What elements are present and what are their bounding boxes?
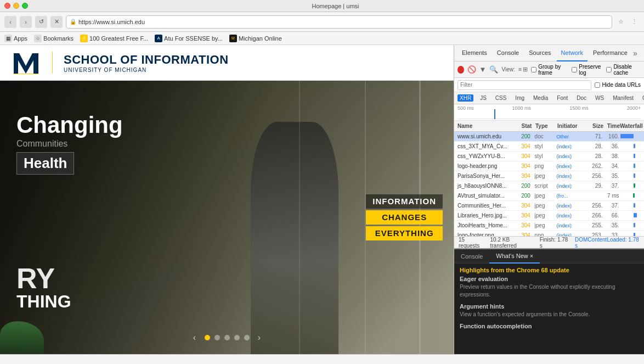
row-init-6: (fro... [557, 193, 584, 199]
bookmark-atu[interactable]: A Atu For SSENSE by... [155, 35, 223, 42]
disable-cache-checkbox[interactable]: Disable cache [606, 64, 641, 76]
console-item-1: Argument hints View a function's expecte… [460, 303, 639, 318]
forward-button[interactable]: › [20, 16, 32, 28]
hero-communities-text: Communities [16, 139, 123, 149]
row-type-5: script [535, 183, 557, 189]
console-tab[interactable]: Console [454, 249, 489, 264]
row-time-2: 38. [603, 153, 619, 159]
bookmark-apps[interactable]: ▦ Apps [4, 35, 27, 42]
bookmark-bookmarks[interactable]: ☆ Bookmarks [34, 35, 74, 42]
filter-manifest[interactable]: Manifest [611, 94, 636, 102]
network-row-7[interactable]: Communities_Her... 304 jpeg (index) 256.… [454, 201, 644, 211]
filter-media[interactable]: Media [531, 94, 550, 102]
view-list-icon[interactable]: ≡ [518, 66, 522, 73]
hide-data-urls-input[interactable] [595, 82, 600, 88]
network-row-10[interactable]: logo-footer.png 304 png (index) 253. 33. [454, 231, 644, 236]
bookmark-greatest-free[interactable]: ⭐ 100 Greatest Free F... [80, 35, 148, 42]
whats-new-tab[interactable]: What's New × [489, 249, 540, 264]
carousel-dot-2[interactable] [214, 335, 220, 340]
carousel-dot-5[interactable] [244, 335, 250, 340]
hero-text-left: Changing Communities Health [16, 114, 123, 175]
network-row-0[interactable]: www.si.umich.edu 200 doc Other 71. 160. [454, 132, 644, 142]
content-area: SCHOOL OF INFORMATION UNIVERSITY OF MICH… [0, 45, 644, 354]
row-status-10: 304 [517, 232, 535, 236]
row-size-7: 256. [584, 203, 603, 209]
tab-elements[interactable]: Elements [457, 45, 492, 61]
svg-rect-3 [14, 74, 38, 74]
filter-xhr[interactable]: XHR [457, 94, 473, 102]
settings-button[interactable]: ⋮ [629, 16, 640, 27]
row-init-3: (index) [557, 164, 584, 169]
row-status-8: 304 [517, 212, 535, 219]
row-waterfall-0 [619, 133, 644, 139]
reload-button[interactable]: ↺ [35, 16, 47, 28]
carousel-dot-4[interactable] [234, 335, 240, 340]
network-row-2[interactable]: css_YWZxYYU-B... 304 styl (index) 28. 38… [454, 152, 644, 161]
bookmark-button[interactable]: ☆ [615, 16, 626, 27]
home-button[interactable]: ✕ [50, 16, 63, 28]
network-row-8[interactable]: Libraries_Hero.jpg... 304 jpeg (index) 2… [454, 211, 644, 221]
col-header-size: Size [585, 123, 603, 129]
devtools-more-tabs[interactable]: » [633, 49, 637, 58]
network-row-4[interactable]: ParisaSonya_Her... 304 jpeg (index) 256.… [454, 171, 644, 181]
search-icon[interactable]: 🔍 [489, 65, 498, 74]
tab-network[interactable]: Network [557, 45, 587, 61]
close-button[interactable] [4, 3, 10, 9]
record-button[interactable] [457, 66, 464, 74]
view-grid-icon[interactable]: ⊞ [523, 66, 528, 73]
row-waterfall-6 [619, 193, 644, 199]
row-init-1: (index) [557, 144, 584, 149]
filter-other[interactable]: Other [640, 94, 644, 102]
col-header-type: Type [535, 123, 557, 129]
dom-content-loaded[interactable]: DOMContentLoaded: 1.78 s [575, 237, 640, 249]
console-item-text-0: Preview return values in the Console wit… [460, 283, 639, 299]
disable-cache-input[interactable] [606, 67, 612, 72]
network-row-1[interactable]: css_3XT_MYA_Cv... 304 styl (index) 28. 3… [454, 142, 644, 152]
console-section: Highlights from the Chrome 68 update Eag… [460, 267, 639, 329]
apps-icon: ▦ [4, 35, 12, 42]
preserve-log-input[interactable] [572, 67, 577, 72]
row-status-4: 304 [517, 173, 535, 179]
preserve-log-checkbox[interactable]: Preserve log [572, 64, 603, 76]
col-header-time: Time [603, 123, 620, 129]
group-frame-input[interactable] [531, 67, 536, 72]
clear-button[interactable]: 🚫 [467, 65, 476, 74]
row-name-2: css_YWZxYYU-B... [454, 153, 517, 159]
filter-css[interactable]: CSS [493, 94, 509, 102]
carousel-prev[interactable]: ‹ [189, 332, 200, 343]
tab-sources[interactable]: Sources [524, 45, 555, 61]
row-waterfall-2 [619, 153, 644, 159]
carousel-dot-3[interactable] [224, 335, 230, 340]
group-by-frame-checkbox[interactable]: Group by frame [531, 64, 568, 76]
network-row-6[interactable]: AVtrust_simulator... 200 jpeg (fro... 7 … [454, 191, 644, 201]
devtools-menu[interactable]: ⋮ [641, 49, 644, 58]
hero-ry-text: RY [16, 264, 71, 293]
glass-line-3 [299, 81, 300, 354]
address-bar[interactable]: 🔒 https://www.si.umich.edu [66, 15, 612, 29]
row-size-5: 29. [584, 183, 603, 189]
network-row-3[interactable]: logo-header.png 304 png (index) 262. 34. [454, 161, 644, 171]
carousel-dot-1[interactable] [205, 335, 210, 340]
row-init-2: (index) [557, 154, 584, 159]
address-text: https://www.si.umich.edu [78, 19, 608, 25]
row-size-1: 28. [584, 143, 603, 149]
hide-data-urls-checkbox[interactable]: Hide data URLs [595, 82, 641, 88]
tab-performance[interactable]: Performance [589, 45, 632, 61]
network-row-5[interactable]: js_h8aouysIONN8... 200 script (index) 29… [454, 181, 644, 191]
filter-img[interactable]: Img [513, 94, 527, 102]
maximize-button[interactable] [22, 3, 28, 9]
information-box: INFORMATION [366, 194, 443, 209]
umich-m-logo [11, 51, 41, 75]
carousel-next[interactable]: › [254, 332, 265, 343]
filter-input[interactable] [457, 80, 591, 90]
back-button[interactable]: ‹ [4, 16, 16, 28]
filter-doc[interactable]: Doc [574, 94, 589, 102]
tab-console[interactable]: Console [493, 45, 523, 61]
filter-js[interactable]: JS [478, 94, 489, 102]
bookmark-michigan-online[interactable]: M Michigan Online [229, 35, 282, 42]
filter-icon[interactable]: ▼ [479, 65, 487, 74]
filter-font[interactable]: Font [555, 94, 570, 102]
minimize-button[interactable] [13, 3, 19, 9]
network-row-9[interactable]: JtooiHearts_Home... 304 jpeg (index) 255… [454, 221, 644, 231]
filter-ws[interactable]: WS [593, 94, 606, 102]
